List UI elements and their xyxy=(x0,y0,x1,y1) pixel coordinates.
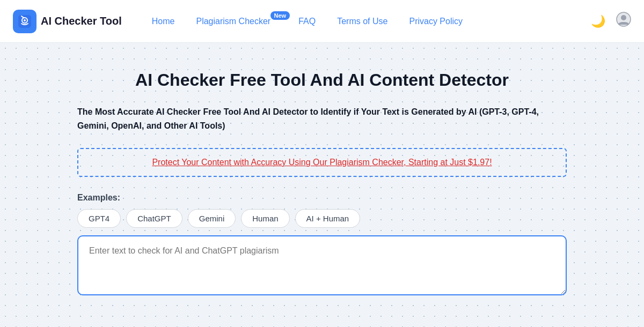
nav-plagiarism-checker[interactable]: Plagiarism Checker New xyxy=(187,12,286,31)
nav-faq-label: FAQ xyxy=(298,17,316,26)
text-input[interactable] xyxy=(77,235,567,295)
example-human[interactable]: Human xyxy=(241,209,289,228)
example-gemini[interactable]: Gemini xyxy=(188,209,236,228)
brand-name: AI Checker Tool xyxy=(41,15,122,27)
nav-terms-label: Terms of Use xyxy=(337,17,387,26)
svg-point-2 xyxy=(24,19,26,21)
examples-label: Examples: xyxy=(77,193,567,203)
brand-icon xyxy=(13,10,36,33)
navbar: AI Checker Tool Home Plagiarism Checker … xyxy=(0,0,644,43)
nav-plagiarism-label: Plagiarism Checker xyxy=(196,17,270,26)
example-ai-human[interactable]: AI + Human xyxy=(295,209,361,228)
subtitle: The Most Accurate AI Checker Free Tool A… xyxy=(77,105,550,132)
nav-privacy[interactable]: Privacy Policy xyxy=(400,12,471,31)
user-avatar-button[interactable] xyxy=(616,12,631,31)
example-gpt4[interactable]: GPT4 xyxy=(77,209,121,228)
user-icon xyxy=(616,12,631,31)
nav-right: 🌙 xyxy=(589,12,631,31)
examples-pills: GPT4 ChatGPT Gemini Human AI + Human xyxy=(77,209,567,228)
nav-home[interactable]: Home xyxy=(143,12,184,31)
promo-banner: Protect Your Content with Accuracy Using… xyxy=(77,148,567,177)
nav-links: Home Plagiarism Checker New FAQ Terms of… xyxy=(143,12,589,31)
main-content: AI Checker Free Tool And AI Content Dete… xyxy=(64,43,580,314)
page-title: AI Checker Free Tool And AI Content Dete… xyxy=(77,70,567,90)
new-badge: New xyxy=(270,11,290,20)
brand-logo[interactable]: AI Checker Tool xyxy=(13,10,122,33)
examples-section: Examples: GPT4 ChatGPT Gemini Human AI +… xyxy=(77,193,567,228)
nav-terms[interactable]: Terms of Use xyxy=(328,12,396,31)
nav-home-label: Home xyxy=(152,17,175,26)
nav-privacy-label: Privacy Policy xyxy=(409,17,463,26)
moon-icon: 🌙 xyxy=(591,14,605,28)
dark-mode-toggle[interactable]: 🌙 xyxy=(589,12,608,31)
promo-link[interactable]: Protect Your Content with Accuracy Using… xyxy=(152,158,492,167)
svg-point-5 xyxy=(621,15,626,20)
nav-faq[interactable]: FAQ xyxy=(290,12,324,31)
example-chatgpt[interactable]: ChatGPT xyxy=(126,209,182,228)
